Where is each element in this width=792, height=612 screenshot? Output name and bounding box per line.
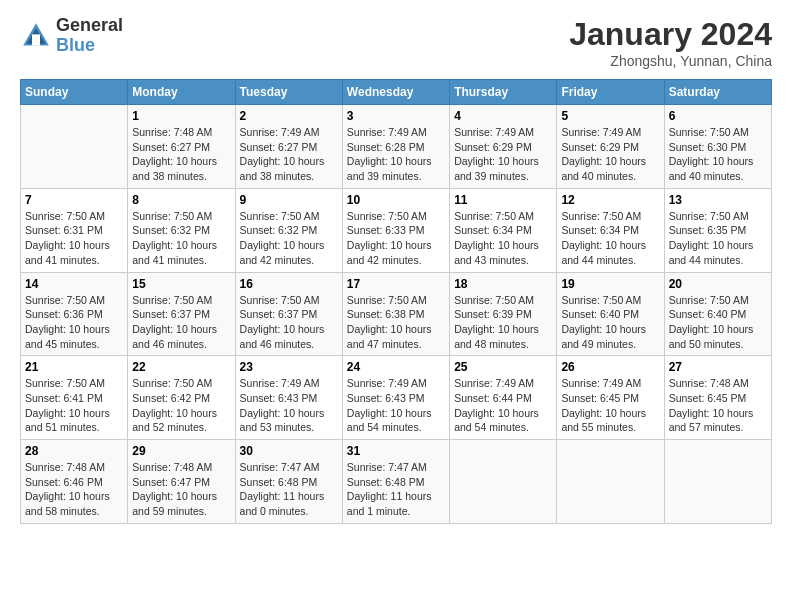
day-number: 9 [240,193,338,207]
calendar-cell: 27Sunrise: 7:48 AM Sunset: 6:45 PM Dayli… [664,356,771,440]
day-number: 25 [454,360,552,374]
day-number: 24 [347,360,445,374]
calendar-cell: 8Sunrise: 7:50 AM Sunset: 6:32 PM Daylig… [128,188,235,272]
day-number: 16 [240,277,338,291]
day-number: 11 [454,193,552,207]
day-info: Sunrise: 7:47 AM Sunset: 6:48 PM Dayligh… [240,460,338,519]
column-header-saturday: Saturday [664,80,771,105]
column-header-sunday: Sunday [21,80,128,105]
title-area: January 2024 Zhongshu, Yunnan, China [569,16,772,69]
header-row: SundayMondayTuesdayWednesdayThursdayFrid… [21,80,772,105]
subtitle: Zhongshu, Yunnan, China [569,53,772,69]
calendar-cell: 17Sunrise: 7:50 AM Sunset: 6:38 PM Dayli… [342,272,449,356]
logo-blue-text: Blue [56,36,123,56]
day-number: 19 [561,277,659,291]
calendar-cell [21,105,128,189]
day-info: Sunrise: 7:50 AM Sunset: 6:30 PM Dayligh… [669,125,767,184]
calendar-cell: 11Sunrise: 7:50 AM Sunset: 6:34 PM Dayli… [450,188,557,272]
day-number: 27 [669,360,767,374]
day-number: 22 [132,360,230,374]
calendar-cell: 29Sunrise: 7:48 AM Sunset: 6:47 PM Dayli… [128,440,235,524]
calendar-cell: 18Sunrise: 7:50 AM Sunset: 6:39 PM Dayli… [450,272,557,356]
week-row-4: 28Sunrise: 7:48 AM Sunset: 6:46 PM Dayli… [21,440,772,524]
day-info: Sunrise: 7:48 AM Sunset: 6:46 PM Dayligh… [25,460,123,519]
day-number: 13 [669,193,767,207]
calendar-cell: 30Sunrise: 7:47 AM Sunset: 6:48 PM Dayli… [235,440,342,524]
calendar-cell: 26Sunrise: 7:49 AM Sunset: 6:45 PM Dayli… [557,356,664,440]
day-info: Sunrise: 7:49 AM Sunset: 6:29 PM Dayligh… [561,125,659,184]
column-header-tuesday: Tuesday [235,80,342,105]
main-title: January 2024 [569,16,772,53]
calendar-cell: 6Sunrise: 7:50 AM Sunset: 6:30 PM Daylig… [664,105,771,189]
day-info: Sunrise: 7:49 AM Sunset: 6:45 PM Dayligh… [561,376,659,435]
day-info: Sunrise: 7:49 AM Sunset: 6:43 PM Dayligh… [240,376,338,435]
logo-text: General Blue [56,16,123,56]
day-info: Sunrise: 7:50 AM Sunset: 6:36 PM Dayligh… [25,293,123,352]
logo-general-text: General [56,16,123,36]
calendar-cell: 13Sunrise: 7:50 AM Sunset: 6:35 PM Dayli… [664,188,771,272]
day-info: Sunrise: 7:50 AM Sunset: 6:32 PM Dayligh… [132,209,230,268]
day-info: Sunrise: 7:49 AM Sunset: 6:44 PM Dayligh… [454,376,552,435]
day-number: 31 [347,444,445,458]
day-number: 3 [347,109,445,123]
day-info: Sunrise: 7:50 AM Sunset: 6:40 PM Dayligh… [561,293,659,352]
day-info: Sunrise: 7:48 AM Sunset: 6:45 PM Dayligh… [669,376,767,435]
day-info: Sunrise: 7:50 AM Sunset: 6:41 PM Dayligh… [25,376,123,435]
week-row-3: 21Sunrise: 7:50 AM Sunset: 6:41 PM Dayli… [21,356,772,440]
week-row-2: 14Sunrise: 7:50 AM Sunset: 6:36 PM Dayli… [21,272,772,356]
day-number: 29 [132,444,230,458]
day-number: 1 [132,109,230,123]
day-info: Sunrise: 7:50 AM Sunset: 6:39 PM Dayligh… [454,293,552,352]
calendar-cell: 7Sunrise: 7:50 AM Sunset: 6:31 PM Daylig… [21,188,128,272]
day-number: 23 [240,360,338,374]
calendar-cell: 2Sunrise: 7:49 AM Sunset: 6:27 PM Daylig… [235,105,342,189]
calendar-cell: 5Sunrise: 7:49 AM Sunset: 6:29 PM Daylig… [557,105,664,189]
logo: General Blue [20,16,123,56]
calendar-cell: 4Sunrise: 7:49 AM Sunset: 6:29 PM Daylig… [450,105,557,189]
calendar-cell: 31Sunrise: 7:47 AM Sunset: 6:48 PM Dayli… [342,440,449,524]
day-number: 12 [561,193,659,207]
calendar-cell: 22Sunrise: 7:50 AM Sunset: 6:42 PM Dayli… [128,356,235,440]
day-info: Sunrise: 7:50 AM Sunset: 6:34 PM Dayligh… [561,209,659,268]
column-header-wednesday: Wednesday [342,80,449,105]
day-number: 10 [347,193,445,207]
calendar-cell: 20Sunrise: 7:50 AM Sunset: 6:40 PM Dayli… [664,272,771,356]
day-number: 30 [240,444,338,458]
day-number: 28 [25,444,123,458]
day-number: 18 [454,277,552,291]
day-info: Sunrise: 7:49 AM Sunset: 6:29 PM Dayligh… [454,125,552,184]
calendar-cell: 25Sunrise: 7:49 AM Sunset: 6:44 PM Dayli… [450,356,557,440]
day-info: Sunrise: 7:50 AM Sunset: 6:32 PM Dayligh… [240,209,338,268]
day-info: Sunrise: 7:50 AM Sunset: 6:42 PM Dayligh… [132,376,230,435]
column-header-thursday: Thursday [450,80,557,105]
page-container: General Blue January 2024 Zhongshu, Yunn… [0,0,792,534]
day-info: Sunrise: 7:48 AM Sunset: 6:27 PM Dayligh… [132,125,230,184]
calendar-header: SundayMondayTuesdayWednesdayThursdayFrid… [21,80,772,105]
calendar-table: SundayMondayTuesdayWednesdayThursdayFrid… [20,79,772,524]
week-row-0: 1Sunrise: 7:48 AM Sunset: 6:27 PM Daylig… [21,105,772,189]
svg-rect-2 [32,34,40,45]
day-info: Sunrise: 7:49 AM Sunset: 6:43 PM Dayligh… [347,376,445,435]
calendar-cell: 9Sunrise: 7:50 AM Sunset: 6:32 PM Daylig… [235,188,342,272]
day-info: Sunrise: 7:50 AM Sunset: 6:33 PM Dayligh… [347,209,445,268]
day-number: 26 [561,360,659,374]
calendar-cell: 3Sunrise: 7:49 AM Sunset: 6:28 PM Daylig… [342,105,449,189]
day-info: Sunrise: 7:50 AM Sunset: 6:34 PM Dayligh… [454,209,552,268]
logo-icon [20,20,52,52]
day-number: 7 [25,193,123,207]
day-number: 8 [132,193,230,207]
day-number: 2 [240,109,338,123]
calendar-cell: 1Sunrise: 7:48 AM Sunset: 6:27 PM Daylig… [128,105,235,189]
calendar-body: 1Sunrise: 7:48 AM Sunset: 6:27 PM Daylig… [21,105,772,524]
day-number: 20 [669,277,767,291]
calendar-cell: 21Sunrise: 7:50 AM Sunset: 6:41 PM Dayli… [21,356,128,440]
column-header-monday: Monday [128,80,235,105]
day-info: Sunrise: 7:49 AM Sunset: 6:28 PM Dayligh… [347,125,445,184]
day-number: 4 [454,109,552,123]
calendar-cell: 15Sunrise: 7:50 AM Sunset: 6:37 PM Dayli… [128,272,235,356]
calendar-cell: 24Sunrise: 7:49 AM Sunset: 6:43 PM Dayli… [342,356,449,440]
calendar-cell: 28Sunrise: 7:48 AM Sunset: 6:46 PM Dayli… [21,440,128,524]
day-number: 21 [25,360,123,374]
week-row-1: 7Sunrise: 7:50 AM Sunset: 6:31 PM Daylig… [21,188,772,272]
calendar-cell: 10Sunrise: 7:50 AM Sunset: 6:33 PM Dayli… [342,188,449,272]
